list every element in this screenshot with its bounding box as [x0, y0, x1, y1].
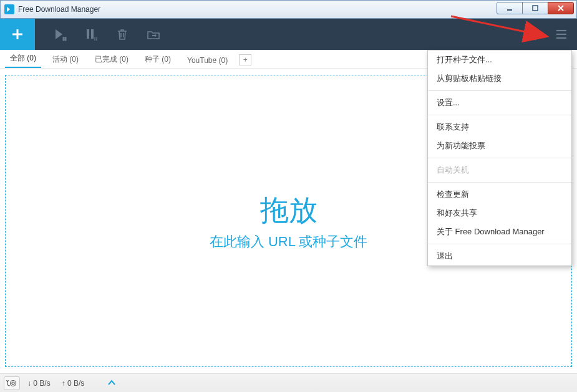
svg-point-7 — [63, 37, 64, 39]
svg-point-10 — [65, 39, 66, 41]
expand-status-button[interactable] — [108, 379, 115, 388]
pause-all-button[interactable] — [75, 19, 107, 50]
svg-point-16 — [96, 39, 97, 41]
svg-rect-12 — [91, 29, 94, 39]
minimize-button[interactable] — [497, 2, 523, 14]
add-download-button[interactable] — [0, 19, 35, 50]
menu-item-12[interactable]: 关于 Free Download Manager — [428, 222, 571, 241]
download-speed: ↓ 0 B/s — [27, 379, 51, 388]
tab-completed[interactable]: 已完成 (0) — [90, 52, 133, 68]
svg-marker-17 — [152, 34, 157, 37]
menu-separator — [428, 115, 571, 115]
svg-point-13 — [94, 37, 95, 39]
tab-youtube[interactable]: YouTube (0) — [182, 54, 233, 68]
window-title: Free Download Manager — [18, 5, 100, 14]
menu-button[interactable] — [546, 19, 577, 50]
svg-line-19 — [532, 36, 536, 40]
snail-mode-button[interactable] — [4, 376, 20, 390]
close-button[interactable] — [548, 2, 574, 14]
svg-point-23 — [11, 380, 16, 386]
menu-separator — [428, 158, 571, 158]
svg-point-18 — [525, 29, 533, 37]
svg-point-9 — [63, 39, 64, 41]
svg-point-14 — [96, 37, 97, 39]
svg-rect-1 — [533, 6, 538, 11]
statusbar: ↓ 0 B/s ↑ 0 B/s — [0, 373, 577, 392]
search-button[interactable] — [515, 19, 546, 50]
menu-item-3[interactable]: 设置... — [428, 93, 571, 112]
drop-subtitle: 在此输入 URL 或种子文件 — [210, 232, 367, 251]
tab-active[interactable]: 活动 (0) — [47, 52, 84, 68]
svg-point-8 — [65, 37, 66, 39]
menu-item-5[interactable]: 联系支持 — [428, 118, 571, 136]
toolbar-right — [515, 19, 577, 50]
upload-speed: ↑ 0 B/s — [62, 379, 85, 388]
menu-item-6[interactable]: 为新功能投票 — [428, 136, 571, 155]
move-button[interactable] — [138, 19, 169, 50]
svg-point-15 — [94, 39, 95, 41]
menu-item-10[interactable]: 检查更新 — [428, 185, 571, 204]
svg-point-24 — [12, 382, 14, 385]
menu-separator — [428, 244, 571, 244]
menu-item-1[interactable]: 从剪贴板粘贴链接 — [428, 69, 571, 88]
titlebar: Free Download Manager — [0, 0, 577, 19]
app-icon — [4, 4, 14, 14]
main-menu: 打开种子文件...从剪贴板粘贴链接设置...联系支持为新功能投票自动关机检查更新… — [427, 50, 572, 266]
window-controls — [497, 2, 574, 14]
svg-marker-6 — [56, 29, 62, 39]
menu-item-11[interactable]: 和好友共享 — [428, 204, 571, 222]
svg-rect-11 — [87, 29, 89, 39]
delete-button[interactable] — [107, 19, 138, 50]
start-all-button[interactable] — [44, 19, 75, 50]
menu-item-8: 自动关机 — [428, 161, 571, 179]
main-toolbar — [0, 19, 577, 50]
toolbar-actions — [35, 19, 169, 50]
add-tab-button[interactable]: + — [239, 54, 251, 65]
maximize-button[interactable] — [522, 2, 548, 14]
menu-separator — [428, 182, 571, 183]
menu-separator — [428, 90, 571, 91]
menu-item-0[interactable]: 打开种子文件... — [428, 50, 571, 69]
drop-title: 拖放 — [260, 191, 318, 230]
menu-item-14[interactable]: 退出 — [428, 247, 571, 265]
tab-torrents[interactable]: 种子 (0) — [140, 52, 176, 68]
tab-all[interactable]: 全部 (0) — [5, 50, 41, 68]
